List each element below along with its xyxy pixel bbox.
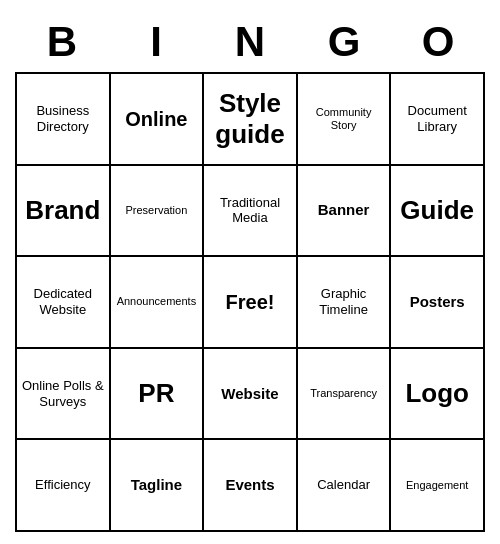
cell-text-r1-c1: Preservation bbox=[126, 204, 188, 217]
cell-text-r1-c3: Banner bbox=[318, 201, 370, 219]
cell-r3-c1: PR bbox=[111, 349, 205, 441]
bingo-card: BINGO Business DirectoryOnlineStyle guid… bbox=[15, 12, 485, 532]
cell-r2-c3: Graphic Timeline bbox=[298, 257, 392, 349]
cell-r4-c2: Events bbox=[204, 440, 298, 532]
cell-r4-c1: Tagline bbox=[111, 440, 205, 532]
bingo-grid: Business DirectoryOnlineStyle guideCommu… bbox=[15, 72, 485, 532]
header-letter-n: N bbox=[203, 12, 297, 72]
cell-r2-c1: Announcements bbox=[111, 257, 205, 349]
cell-r4-c3: Calendar bbox=[298, 440, 392, 532]
cell-r0-c0: Business Directory bbox=[17, 74, 111, 166]
cell-r0-c2: Style guide bbox=[204, 74, 298, 166]
cell-text-r3-c2: Website bbox=[221, 385, 278, 403]
cell-r2-c4: Posters bbox=[391, 257, 485, 349]
cell-text-r1-c4: Guide bbox=[400, 195, 474, 226]
cell-text-r4-c3: Calendar bbox=[317, 477, 370, 493]
cell-text-r3-c0: Online Polls & Surveys bbox=[21, 378, 105, 409]
cell-text-r1-c2: Traditional Media bbox=[208, 195, 292, 226]
cell-text-r0-c2: Style guide bbox=[208, 88, 292, 150]
cell-r3-c4: Logo bbox=[391, 349, 485, 441]
cell-r1-c2: Traditional Media bbox=[204, 166, 298, 258]
cell-text-r4-c0: Efficiency bbox=[35, 477, 90, 493]
cell-r4-c0: Efficiency bbox=[17, 440, 111, 532]
cell-r1-c4: Guide bbox=[391, 166, 485, 258]
cell-r4-c4: Engagement bbox=[391, 440, 485, 532]
cell-text-r0-c3: Community Story bbox=[302, 106, 386, 132]
cell-text-r3-c1: PR bbox=[138, 378, 174, 409]
header-letter-i: I bbox=[109, 12, 203, 72]
cell-r3-c3: Transparency bbox=[298, 349, 392, 441]
cell-text-r0-c4: Document Library bbox=[395, 103, 479, 134]
cell-r0-c3: Community Story bbox=[298, 74, 392, 166]
cell-text-r4-c2: Events bbox=[225, 476, 274, 494]
cell-text-r3-c4: Logo bbox=[405, 378, 469, 409]
cell-text-r3-c3: Transparency bbox=[310, 387, 377, 400]
cell-r1-c3: Banner bbox=[298, 166, 392, 258]
cell-text-r4-c4: Engagement bbox=[406, 479, 468, 492]
cell-text-r1-c0: Brand bbox=[25, 195, 100, 226]
cell-text-r4-c1: Tagline bbox=[131, 476, 182, 494]
cell-text-r2-c2: Free! bbox=[226, 290, 275, 314]
bingo-header: BINGO bbox=[15, 12, 485, 72]
header-letter-g: G bbox=[297, 12, 391, 72]
cell-r2-c0: Dedicated Website bbox=[17, 257, 111, 349]
header-letter-o: O bbox=[391, 12, 485, 72]
cell-text-r2-c3: Graphic Timeline bbox=[302, 286, 386, 317]
header-letter-b: B bbox=[15, 12, 109, 72]
cell-r0-c4: Document Library bbox=[391, 74, 485, 166]
cell-text-r2-c1: Announcements bbox=[117, 295, 197, 308]
cell-r1-c1: Preservation bbox=[111, 166, 205, 258]
cell-r0-c1: Online bbox=[111, 74, 205, 166]
cell-r3-c0: Online Polls & Surveys bbox=[17, 349, 111, 441]
cell-text-r0-c1: Online bbox=[125, 107, 187, 131]
cell-text-r2-c4: Posters bbox=[410, 293, 465, 311]
cell-r1-c0: Brand bbox=[17, 166, 111, 258]
cell-r2-c2: Free! bbox=[204, 257, 298, 349]
cell-text-r0-c0: Business Directory bbox=[21, 103, 105, 134]
cell-text-r2-c0: Dedicated Website bbox=[21, 286, 105, 317]
cell-r3-c2: Website bbox=[204, 349, 298, 441]
